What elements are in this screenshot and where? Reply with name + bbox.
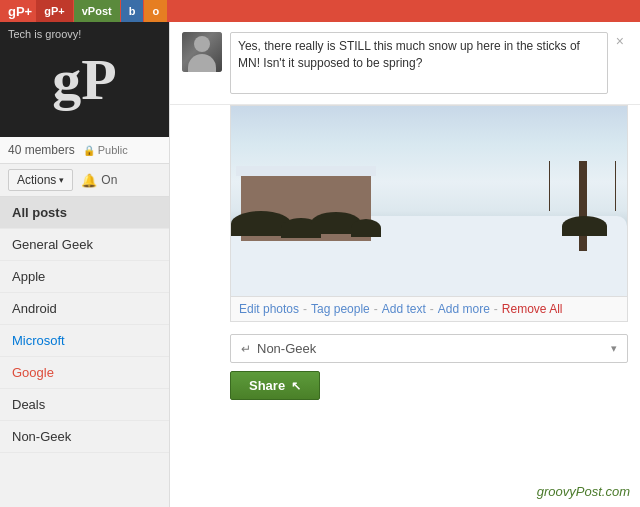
bell-icon: 🔔 bbox=[81, 173, 97, 188]
community-logo: gP bbox=[52, 51, 116, 109]
avatar-image bbox=[182, 32, 222, 72]
visibility-label: Public bbox=[98, 144, 128, 156]
app-logo: gP+ bbox=[8, 4, 32, 19]
community-meta: 40 members 🔒 Public bbox=[0, 137, 169, 164]
sidebar-item-apple[interactable]: Apple bbox=[0, 261, 169, 293]
post-text-input[interactable]: Yes, there really is STILL this much sno… bbox=[230, 32, 608, 94]
tab-gp[interactable]: gP+ bbox=[36, 0, 72, 22]
sidebar-item-android[interactable]: Android bbox=[0, 293, 169, 325]
add-text-link[interactable]: Add text bbox=[382, 302, 426, 316]
tab-o[interactable]: o bbox=[144, 0, 167, 22]
chevron-down-icon: ▾ bbox=[59, 175, 64, 185]
actions-button[interactable]: Actions ▾ bbox=[8, 169, 73, 191]
shrub bbox=[351, 219, 381, 237]
separator: - bbox=[494, 302, 498, 316]
content-area: Yes, there really is STILL this much sno… bbox=[170, 22, 640, 507]
lock-icon: 🔒 bbox=[83, 145, 95, 156]
actions-label: Actions bbox=[17, 173, 56, 187]
circle-select-dropdown[interactable]: ↵ Non-Geek ▾ bbox=[230, 334, 628, 363]
photo-area: Edit photos - Tag people - Add text - Ad… bbox=[230, 105, 628, 322]
shrub bbox=[562, 216, 607, 236]
actions-row: Actions ▾ 🔔 On bbox=[0, 164, 169, 197]
notification-label: On bbox=[101, 173, 117, 187]
members-count: 40 members bbox=[8, 143, 75, 157]
tag-people-link[interactable]: Tag people bbox=[311, 302, 370, 316]
community-header: Tech is groovy! gP bbox=[0, 22, 169, 137]
edit-photos-link[interactable]: Edit photos bbox=[239, 302, 299, 316]
tab-vpost[interactable]: vPost bbox=[74, 0, 120, 22]
share-button[interactable]: Share ↖ bbox=[230, 371, 320, 400]
sidebar-item-all-posts[interactable]: All posts bbox=[0, 197, 169, 229]
cursor-icon: ↖ bbox=[291, 379, 301, 393]
post-composer: Yes, there really is STILL this much sno… bbox=[170, 22, 640, 105]
main-layout: Tech is groovy! gP 40 members 🔒 Public A… bbox=[0, 22, 640, 507]
close-button[interactable]: × bbox=[612, 32, 628, 50]
sidebar-item-non-geek[interactable]: Non-Geek bbox=[0, 421, 169, 453]
avatar bbox=[182, 32, 222, 72]
composer-text-row: Yes, there really is STILL this much sno… bbox=[230, 32, 628, 94]
snow-photo bbox=[231, 106, 627, 296]
share-row: ↵ Non-Geek ▾ Share ↖ bbox=[230, 334, 628, 400]
tab-b[interactable]: b bbox=[121, 0, 144, 22]
separator: - bbox=[430, 302, 434, 316]
visibility-badge: 🔒 Public bbox=[83, 144, 128, 156]
sidebar-item-deals[interactable]: Deals bbox=[0, 389, 169, 421]
separator: - bbox=[374, 302, 378, 316]
sidebar: Tech is groovy! gP 40 members 🔒 Public A… bbox=[0, 22, 170, 507]
circle-select-label: Non-Geek bbox=[257, 341, 605, 356]
remove-all-link[interactable]: Remove All bbox=[502, 302, 563, 316]
circle-icon: ↵ bbox=[241, 342, 251, 356]
photo-actions-bar: Edit photos - Tag people - Add text - Ad… bbox=[231, 296, 627, 321]
chevron-down-icon: ▾ bbox=[611, 342, 617, 355]
snow-building-roof bbox=[236, 166, 376, 176]
sidebar-item-microsoft[interactable]: Microsoft bbox=[0, 325, 169, 357]
community-tagline: Tech is groovy! bbox=[8, 28, 81, 40]
composer-right: Yes, there really is STILL this much sno… bbox=[230, 32, 628, 94]
sidebar-item-google[interactable]: Google bbox=[0, 357, 169, 389]
snow-shrubs bbox=[231, 226, 627, 256]
separator: - bbox=[303, 302, 307, 316]
notification-button[interactable]: 🔔 On bbox=[81, 173, 117, 188]
sidebar-item-general-geek[interactable]: General Geek bbox=[0, 229, 169, 261]
top-bar: gP+ gP+ vPost b o bbox=[0, 0, 640, 22]
top-bar-tabs: gP+ vPost b o bbox=[36, 0, 167, 22]
share-label: Share bbox=[249, 378, 285, 393]
add-more-link[interactable]: Add more bbox=[438, 302, 490, 316]
nav-list: All posts General Geek Apple Android Mic… bbox=[0, 197, 169, 507]
